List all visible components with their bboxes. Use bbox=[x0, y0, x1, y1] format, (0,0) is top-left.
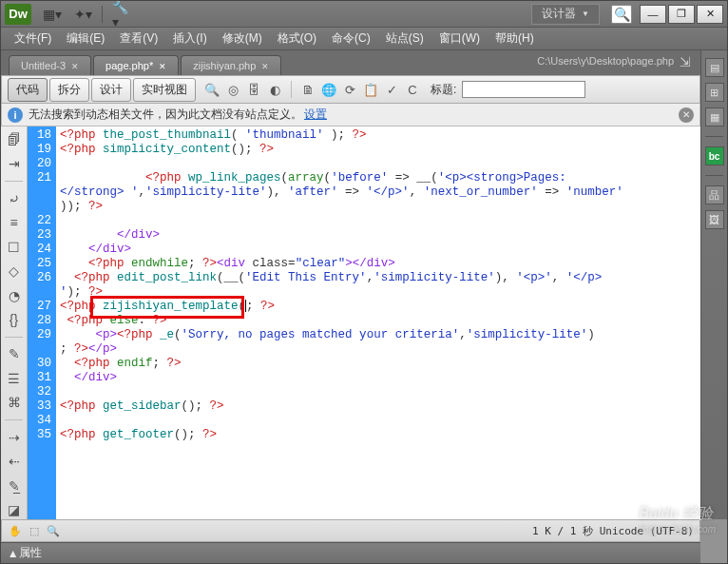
chevron-down-icon: ▼ bbox=[582, 10, 589, 18]
auto-indent-icon[interactable]: {} bbox=[5, 310, 24, 328]
design-view-button[interactable]: 设计 bbox=[91, 78, 131, 102]
code-view-button[interactable]: 代码 bbox=[8, 78, 48, 102]
separator bbox=[291, 81, 292, 98]
separator bbox=[5, 419, 23, 420]
select-tool-icon[interactable]: ⬚ bbox=[27, 523, 42, 538]
separator bbox=[705, 136, 723, 137]
workspace-label: 设计器 bbox=[542, 6, 576, 22]
highlight-invalid-icon[interactable]: ◇ bbox=[5, 262, 24, 280]
balance-braces-icon[interactable]: ≡ bbox=[5, 213, 24, 231]
minimize-button[interactable]: — bbox=[640, 5, 666, 24]
validate-icon[interactable]: ✓ bbox=[383, 81, 400, 98]
info-link-setup[interactable]: 设置 bbox=[304, 107, 327, 123]
menu-edit[interactable]: 编辑(E) bbox=[59, 28, 112, 49]
menu-help[interactable]: 帮助(H) bbox=[488, 28, 542, 49]
hand-tool-icon[interactable]: ✋ bbox=[8, 523, 23, 538]
info-icon: i bbox=[8, 107, 23, 123]
server-icon[interactable]: 🗄 bbox=[245, 81, 262, 98]
tab-zijishiyan-php[interactable]: zijishiyan.php✕ bbox=[181, 55, 281, 75]
search-icon[interactable]: 🔍 bbox=[611, 5, 632, 24]
menu-window[interactable]: 窗口(W) bbox=[431, 28, 488, 49]
assets-panel-icon[interactable]: 🖼 bbox=[705, 210, 724, 229]
properties-panel[interactable]: ▶ 属性 bbox=[1, 542, 700, 563]
syntax-color-icon[interactable]: ◔ bbox=[5, 286, 24, 304]
tab-untitled-3[interactable]: Untitled-3✕ bbox=[9, 55, 91, 75]
zoom-tool-icon[interactable]: 🔍 bbox=[46, 523, 61, 538]
app-logo: Dw bbox=[5, 4, 31, 25]
document-area: Untitled-3✕ page.php*✕ zijishiyan.php✕ C… bbox=[1, 50, 700, 519]
layout-icon[interactable]: ▦▾ bbox=[43, 5, 62, 24]
menu-modify[interactable]: 修改(M) bbox=[215, 28, 270, 49]
insert-panel-icon[interactable]: ▤ bbox=[705, 58, 724, 77]
tab-page-php[interactable]: page.php*✕ bbox=[93, 55, 179, 75]
menubar: 文件(F) 编辑(E) 查看(V) 插入(I) 修改(M) 格式(O) 命令(C… bbox=[1, 28, 727, 50]
menu-format[interactable]: 格式(O) bbox=[270, 28, 324, 49]
close-icon[interactable]: ✕ bbox=[71, 62, 79, 71]
separator bbox=[5, 181, 23, 182]
separator bbox=[102, 6, 103, 23]
menu-file[interactable]: 文件(F) bbox=[7, 28, 59, 49]
snippets-icon[interactable]: ✎ bbox=[5, 345, 24, 363]
title-label: 标题: bbox=[431, 82, 456, 98]
move-css-icon[interactable]: ⌘ bbox=[5, 394, 24, 412]
info-text: 无法搜索到动态相关文件，因为此文档没有站点定义。 bbox=[29, 107, 302, 123]
info-close-icon[interactable]: ✕ bbox=[679, 107, 694, 123]
info-bar: i 无法搜索到动态相关文件，因为此文档没有站点定义。 设置 ✕ bbox=[1, 104, 700, 126]
business-catalyst-icon[interactable]: bc bbox=[705, 146, 724, 165]
indent-icon[interactable]: ⇢ bbox=[5, 428, 24, 446]
ap-elements-icon[interactable]: ▦ bbox=[705, 107, 724, 126]
status-bar: ✋ ⬚ 🔍 1 K / 1 秒 Unicode (UTF-8) bbox=[1, 519, 700, 542]
tab-label: Untitled-3 bbox=[21, 60, 66, 71]
line-numbers-icon[interactable]: ☐ bbox=[5, 238, 24, 256]
chevron-right-icon: ▶ bbox=[8, 550, 17, 556]
inspect-icon[interactable]: 🔍 bbox=[203, 81, 220, 98]
apply-comment-icon[interactable]: ◪ bbox=[5, 500, 24, 518]
live-code-icon[interactable]: ◎ bbox=[224, 81, 241, 98]
options-icon[interactable]: 📋 bbox=[362, 81, 379, 98]
files-panel-icon[interactable]: 品 bbox=[705, 185, 724, 204]
browser-nav-icon[interactable]: ◐ bbox=[266, 81, 283, 98]
tab-label: page.php* bbox=[105, 60, 153, 71]
menu-view[interactable]: 查看(V) bbox=[112, 28, 165, 49]
open-docs-icon[interactable]: 🗐 bbox=[5, 130, 24, 148]
maximize-button[interactable]: ❐ bbox=[668, 5, 695, 24]
view-toolbar: 代码 拆分 设计 实时视图 🔍 ◎ 🗄 ◐ 🗎 🌐 ⟳ 📋 ✓ C 标题: bbox=[1, 75, 700, 104]
select-parent-icon[interactable]: ⤾ bbox=[5, 189, 24, 207]
menu-insert[interactable]: 插入(I) bbox=[165, 28, 214, 49]
file-path: C:\Users\y\Desktop\page.php bbox=[537, 55, 674, 67]
css-styles-icon[interactable]: ⊞ bbox=[705, 83, 724, 102]
split-view-button[interactable]: 拆分 bbox=[49, 78, 89, 102]
live-view-button[interactable]: 实时视图 bbox=[133, 78, 196, 102]
extend-icon[interactable]: ✦▾ bbox=[73, 5, 92, 24]
close-button[interactable]: ✕ bbox=[697, 5, 723, 24]
tools-icon[interactable]: 🔧▾ bbox=[112, 5, 131, 24]
properties-label: 属性 bbox=[19, 545, 42, 561]
menu-commands[interactable]: 命令(C) bbox=[324, 28, 378, 49]
title-input[interactable] bbox=[462, 81, 585, 98]
preview-icon[interactable]: 🌐 bbox=[320, 81, 337, 98]
close-icon[interactable]: ✕ bbox=[159, 62, 166, 71]
file-mgmt-icon[interactable]: 🗎 bbox=[299, 81, 316, 98]
code-editor[interactable]: 181920212223242526272829303132333435 <?p… bbox=[28, 126, 700, 519]
code-wrap: 🗐 ⇥ ⤾ ≡ ☐ ◇ ◔ {} ✎ ☰ ⌘ ⇢ ⇠ ✎̲ ◪ 18192021… bbox=[1, 126, 700, 519]
workspace-dropdown[interactable]: 设计器 ▼ bbox=[531, 4, 600, 25]
format-source-icon[interactable]: ✎̲ bbox=[5, 476, 24, 495]
status-info: 1 K / 1 秒 Unicode (UTF-8) bbox=[532, 524, 694, 538]
right-panel-strip: ▤ ⊞ ▦ bc 品 🖼 bbox=[700, 50, 727, 519]
expand-icon[interactable]: ⇲ bbox=[680, 54, 695, 69]
outdent-icon[interactable]: ⇠ bbox=[5, 453, 24, 471]
code-vertical-toolbar: 🗐 ⇥ ⤾ ≡ ☐ ◇ ◔ {} ✎ ☰ ⌘ ⇢ ⇠ ✎̲ ◪ bbox=[1, 126, 28, 519]
code-body[interactable]: <?php the_post_thumbnail( 'thumbnail' );… bbox=[56, 126, 700, 519]
document-tabs: Untitled-3✕ page.php*✕ zijishiyan.php✕ C… bbox=[1, 50, 700, 75]
recent-snippets-icon[interactable]: ☰ bbox=[5, 369, 24, 387]
separator bbox=[5, 337, 23, 338]
collapse-icon[interactable]: ⇥ bbox=[5, 154, 24, 172]
refresh-icon[interactable]: ⟳ bbox=[341, 81, 358, 98]
check-icon[interactable]: C bbox=[404, 81, 421, 98]
menu-site[interactable]: 站点(S) bbox=[378, 28, 431, 49]
tab-label: zijishiyan.php bbox=[193, 60, 256, 71]
line-gutter: 181920212223242526272829303132333435 bbox=[28, 126, 56, 519]
titlebar: Dw ▦▾ ✦▾ 🔧▾ 设计器 ▼ 🔍 — ❐ ✕ bbox=[1, 1, 727, 28]
separator bbox=[705, 175, 723, 176]
close-icon[interactable]: ✕ bbox=[261, 62, 269, 71]
